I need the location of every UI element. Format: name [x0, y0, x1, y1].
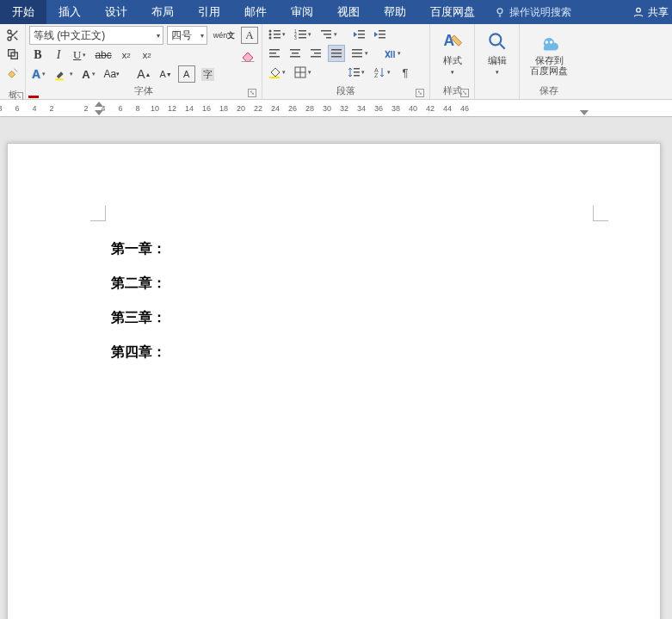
- align-justify-button[interactable]: [328, 45, 345, 62]
- save-group-label: 保存: [539, 85, 558, 96]
- styles-button[interactable]: A 样式▾: [432, 26, 473, 77]
- strikethrough-button[interactable]: abc: [92, 46, 114, 64]
- ruler-tick: 36: [370, 104, 387, 113]
- ruler-tick: 46: [456, 104, 473, 113]
- align-center-button[interactable]: [287, 45, 304, 62]
- horizontal-ruler[interactable]: 8642246810121416182022242628303234363840…: [0, 100, 672, 117]
- person-icon: [632, 6, 644, 18]
- font-dialog-launcher[interactable]: ⤡: [248, 89, 256, 97]
- tab-view[interactable]: 视图: [325, 0, 372, 24]
- underline-button[interactable]: U: [71, 46, 89, 64]
- ruler-tick: 22: [250, 104, 267, 113]
- doc-line[interactable]: 第二章：: [111, 266, 166, 300]
- styles-group-label: 样式: [443, 85, 462, 96]
- styles-dialog-launcher[interactable]: ⤡: [460, 89, 469, 97]
- editing-button[interactable]: 编辑▾: [477, 26, 518, 77]
- italic-button[interactable]: I: [50, 46, 67, 64]
- numbering-button[interactable]: 123: [292, 26, 314, 43]
- ruler-tick: 2: [77, 104, 95, 113]
- shrink-font-button[interactable]: A▼: [157, 65, 174, 83]
- subscript-button[interactable]: x2: [118, 46, 135, 64]
- tell-me-search[interactable]: 操作说明搜索: [494, 0, 571, 24]
- ruler-tick: 20: [232, 104, 250, 113]
- align-distributed-button[interactable]: [348, 45, 371, 62]
- tab-home[interactable]: 开始: [0, 0, 46, 24]
- doc-line[interactable]: 第三章：: [111, 300, 166, 335]
- doc-line[interactable]: 第四章：: [111, 335, 166, 369]
- shading-button[interactable]: [266, 64, 288, 81]
- superscript-button[interactable]: x2: [139, 46, 156, 64]
- align-justify-icon: [330, 47, 342, 59]
- asian-layout-button[interactable]: [381, 45, 404, 62]
- save-baidu-button[interactable]: 保存到 百度网盘: [523, 26, 575, 76]
- scissors-icon: [6, 28, 20, 42]
- show-marks-button[interactable]: ¶: [397, 64, 414, 81]
- highlight-button[interactable]: [52, 65, 76, 83]
- font-size-select[interactable]: 四号: [167, 26, 207, 45]
- doc-line[interactable]: 第一章：: [111, 232, 166, 266]
- eraser-icon: [240, 48, 256, 62]
- svg-rect-36: [311, 56, 321, 58]
- multilevel-list-button[interactable]: [318, 26, 340, 43]
- left-indent-marker[interactable]: [95, 110, 103, 115]
- character-shading-button[interactable]: 字: [199, 65, 217, 83]
- tab-mailings[interactable]: 邮件: [232, 0, 279, 24]
- svg-rect-32: [292, 53, 299, 54]
- outdent-icon: [353, 28, 365, 40]
- right-indent-marker[interactable]: [580, 110, 589, 115]
- document-body[interactable]: 第一章： 第二章： 第三章： 第四章：: [111, 232, 166, 369]
- svg-text:Z: Z: [374, 72, 379, 78]
- editing-group: 编辑▾: [475, 24, 520, 99]
- ruler-tick: 38: [387, 104, 404, 113]
- font-color-button[interactable]: A: [79, 65, 97, 83]
- clear-formatting-button[interactable]: [237, 46, 258, 64]
- brush-icon: [6, 66, 20, 80]
- character-border-button[interactable]: A: [241, 27, 258, 44]
- svg-rect-24: [358, 37, 365, 39]
- bullets-button[interactable]: [266, 26, 288, 43]
- line-spacing-button[interactable]: [345, 64, 367, 81]
- svg-rect-20: [324, 34, 331, 35]
- text-effects-button[interactable]: A: [29, 65, 48, 83]
- svg-rect-48: [354, 71, 360, 73]
- grow-font-button[interactable]: A▲: [134, 65, 153, 83]
- ruler-tick: 24: [267, 104, 284, 113]
- align-left-button[interactable]: [266, 45, 283, 62]
- tab-review[interactable]: 审阅: [279, 0, 325, 24]
- ruler-tick: 28: [301, 104, 318, 113]
- first-line-indent-marker[interactable]: [95, 102, 103, 107]
- numbering-icon: 123: [294, 28, 306, 40]
- paragraph-dialog-launcher[interactable]: ⤡: [416, 89, 424, 97]
- ruler-tick: 42: [422, 104, 439, 113]
- decrease-indent-button[interactable]: [350, 26, 367, 43]
- svg-rect-40: [352, 49, 362, 51]
- borders-button[interactable]: [292, 64, 314, 81]
- svg-rect-34: [311, 49, 321, 51]
- phonetic-guide-button[interactable]: wén文: [211, 27, 237, 44]
- copy-button[interactable]: [3, 46, 22, 62]
- svg-rect-37: [331, 49, 342, 51]
- ruler-tick: 10: [146, 104, 163, 113]
- align-right-button[interactable]: [307, 45, 324, 62]
- font-name-select[interactable]: 等线 (中文正文): [29, 26, 163, 45]
- svg-rect-26: [379, 34, 385, 35]
- ruler-tick: 26: [284, 104, 301, 113]
- document-area[interactable]: 第一章： 第二章： 第三章： 第四章：: [0, 117, 672, 619]
- bold-button[interactable]: B: [29, 46, 46, 64]
- tab-baidu[interactable]: 百度网盘: [418, 0, 487, 24]
- change-case-button[interactable]: Aa▾: [102, 65, 123, 83]
- tab-references[interactable]: 引用: [186, 0, 232, 24]
- share-button[interactable]: 共享: [632, 0, 669, 24]
- increase-indent-button[interactable]: [371, 26, 388, 43]
- svg-rect-16: [299, 34, 306, 35]
- tab-help[interactable]: 帮助: [372, 0, 418, 24]
- tab-design[interactable]: 设计: [93, 0, 139, 24]
- cloud-save-icon: [537, 31, 561, 52]
- tab-layout[interactable]: 布局: [139, 0, 186, 24]
- sort-button[interactable]: AZ: [371, 64, 393, 81]
- cut-button[interactable]: [3, 28, 22, 43]
- enclose-characters-button[interactable]: A: [178, 65, 195, 83]
- svg-rect-21: [326, 37, 331, 39]
- format-painter-button[interactable]: [3, 65, 22, 81]
- tab-insert[interactable]: 插入: [46, 0, 93, 24]
